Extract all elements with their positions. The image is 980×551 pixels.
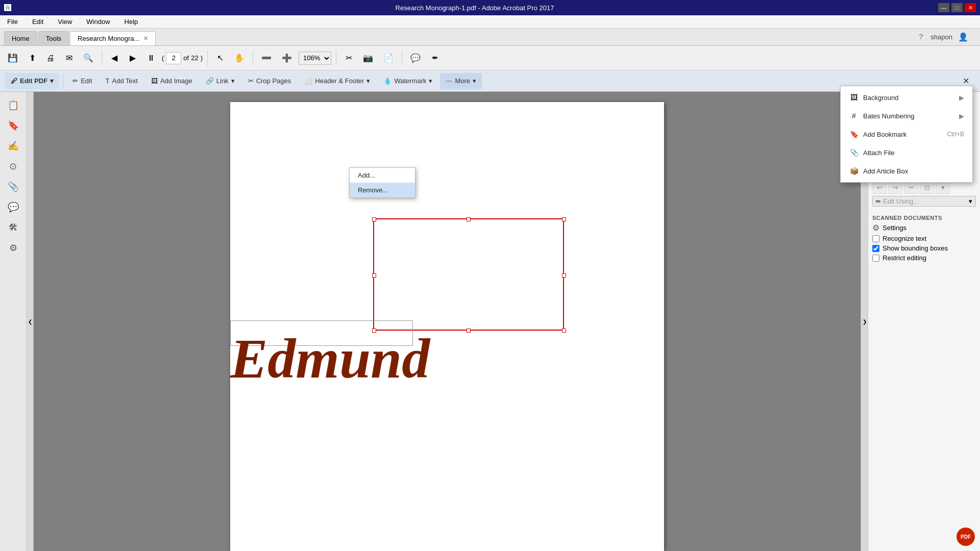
more-button[interactable]: ⋯ More ▾ [440, 73, 482, 89]
recognize-text-checkbox[interactable] [872, 235, 879, 242]
crop-pages-button[interactable]: ✂ Crop Pages [242, 73, 297, 89]
more-menu-background[interactable]: 🖼 Background ▶ [841, 88, 972, 107]
background-arrow: ▶ [959, 94, 964, 102]
menu-window[interactable]: Window [83, 17, 113, 27]
pdf-badge[interactable]: PDF [957, 528, 975, 546]
separator-1 [102, 51, 102, 66]
zoom-in-button[interactable]: ➕ [278, 49, 296, 67]
window-controls: — □ ✕ [938, 3, 976, 12]
restrict-editing-label[interactable]: Restrict editing [883, 254, 926, 262]
edit-button[interactable]: ✏ Edit [67, 73, 97, 89]
attach-icon: 📎 [849, 147, 859, 158]
search-button[interactable]: 🔍 [80, 49, 97, 67]
header-footer-button[interactable]: ⬜ Header & Footer ▾ [299, 73, 376, 89]
tab-document[interactable]: Research Monogra... ✕ [70, 31, 156, 45]
pause-button[interactable]: ⏸ [143, 49, 159, 67]
title-bar: 🅰 Research Monograph-1.pdf - Adobe Acrob… [0, 0, 980, 15]
show-bounding-boxes-checkbox[interactable] [872, 245, 879, 252]
page-navigation: ( of 22 ) [162, 52, 203, 64]
ctx-add-item[interactable]: Add... [350, 168, 415, 183]
handle-mr[interactable] [562, 273, 566, 278]
more-menu-bookmark[interactable]: 🔖 Add Bookmark Ctrl+B [841, 125, 972, 143]
more-arrow: ▾ [473, 77, 476, 85]
add-image-button[interactable]: 🖼 Add Image [145, 73, 198, 89]
handle-tr[interactable] [562, 217, 566, 221]
watermark-icon: 💧 [383, 77, 391, 85]
more-menu-article-box-label: Add Article Box [863, 167, 908, 175]
sidebar-comments-icon[interactable]: 💬 [3, 198, 23, 216]
edit-pdf-toolbar: 🖊 Edit PDF ▾ ✏ Edit T Add Text 🖼 Add Ima… [0, 70, 980, 92]
next-page-button[interactable]: ▶ [125, 49, 140, 67]
edit-using-row[interactable]: ✏ Edit Using... ▾ [872, 196, 976, 207]
sidebar-attachments-icon[interactable]: 📎 [3, 178, 23, 196]
handle-tc[interactable] [467, 217, 471, 221]
link-button[interactable]: 🔗 Link ▾ [200, 73, 240, 89]
handle-ml[interactable] [372, 273, 376, 278]
ctx-remove-item[interactable]: Remove... [350, 183, 415, 197]
add-text-button[interactable]: T Add Text [100, 73, 143, 89]
sidebar-extra-icon[interactable]: ⚙ [3, 239, 23, 257]
prev-page-button[interactable]: ◀ [107, 49, 122, 67]
comment-button[interactable]: 💬 [407, 49, 424, 67]
handle-tl[interactable] [372, 217, 376, 221]
collapse-left-panel[interactable]: ❮ [27, 92, 34, 551]
snapshot-button[interactable]: 📷 [359, 49, 377, 67]
handle-bc[interactable] [467, 329, 471, 333]
handle-br[interactable] [562, 329, 566, 333]
upload-button[interactable]: ⬆ [24, 49, 40, 67]
settings-label: Settings [883, 224, 906, 232]
crop-tool-button[interactable]: ✂ [341, 49, 356, 67]
bates-icon: # [849, 111, 859, 121]
header-footer-arrow: ▾ [366, 77, 370, 85]
email-button[interactable]: ✉ [61, 49, 77, 67]
maximize-button[interactable]: □ [951, 3, 963, 12]
more-menu-attach[interactable]: 📎 Attach File [841, 143, 972, 162]
sep-edit [63, 73, 63, 89]
edit-pdf-label: Edit PDF [20, 77, 47, 85]
show-bounding-boxes-label[interactable]: Show bounding boxes [883, 244, 948, 252]
close-button[interactable]: ✕ [965, 3, 976, 12]
sidebar-signatures-icon[interactable]: ✍ [3, 137, 23, 155]
page-number-input[interactable] [166, 52, 181, 64]
more-menu-attach-left: 📎 Attach File [849, 147, 894, 158]
sidebar-bookmarks-icon[interactable]: 🔖 [3, 116, 23, 135]
minimize-button[interactable]: — [938, 3, 949, 12]
insert-pages-button[interactable]: 📄 [380, 49, 397, 67]
menu-edit[interactable]: Edit [29, 17, 46, 27]
link-icon: 🔗 [206, 77, 214, 85]
tab-home[interactable]: Home [4, 31, 37, 45]
edit-using-icon: ✏ [876, 198, 881, 205]
pen-button[interactable]: ✒ [427, 49, 443, 67]
sidebar-tools-icon[interactable]: 🛠 [3, 218, 23, 237]
zoom-select[interactable]: 106% 50% 75% 100% 125% 150% 200% [299, 52, 331, 65]
zoom-out-button[interactable]: ➖ [258, 49, 275, 67]
watermark-button[interactable]: 💧 Watermark ▾ [378, 73, 438, 89]
separator-3 [253, 51, 253, 66]
left-sidebar: 📋 🔖 ✍ ⊙ 📎 💬 🛠 ⚙ [0, 92, 27, 551]
help-button[interactable]: ? [913, 28, 928, 45]
menu-help[interactable]: Help [121, 17, 141, 27]
recognize-text-label[interactable]: Recognize text [883, 235, 926, 242]
menu-file[interactable]: File [4, 17, 21, 27]
more-menu-background-label: Background [863, 94, 898, 102]
user-icon[interactable]: 👤 [954, 28, 972, 45]
pdf-badge-text: PDF [961, 534, 971, 540]
more-menu-bates[interactable]: # Bates Numbering ▶ [841, 107, 972, 125]
restrict-editing-checkbox[interactable] [872, 255, 879, 262]
sidebar-pages-icon[interactable]: 📋 [3, 96, 23, 114]
document-title-text[interactable]: Edmund [230, 331, 430, 387]
select-tool-button[interactable]: ↖ [212, 49, 228, 67]
more-menu-article-box[interactable]: 📦 Add Article Box [841, 162, 972, 180]
print-button[interactable]: 🖨 [43, 49, 58, 67]
edit-pdf-button[interactable]: 🖊 Edit PDF ▾ [5, 73, 59, 89]
hand-tool-button[interactable]: ✋ [231, 49, 248, 67]
tab-tools[interactable]: Tools [38, 31, 69, 45]
menu-view[interactable]: View [55, 17, 75, 27]
tab-close-icon[interactable]: ✕ [143, 35, 148, 42]
save-button[interactable]: 💾 [4, 49, 21, 67]
sidebar-layers-icon[interactable]: ⊙ [3, 157, 23, 176]
menu-bar: File Edit View Window Help [0, 15, 980, 29]
pdf-page: Edmund [230, 102, 664, 551]
settings-row[interactable]: ⚙ Settings [872, 223, 976, 233]
tab-home-label: Home [12, 35, 30, 42]
